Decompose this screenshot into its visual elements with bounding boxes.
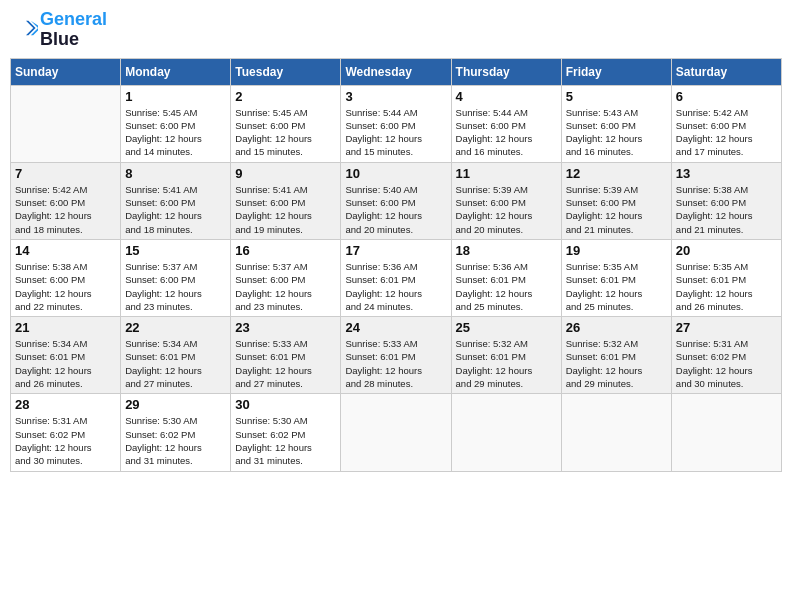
day-number: 1 (125, 89, 226, 104)
day-number: 10 (345, 166, 446, 181)
day-number: 22 (125, 320, 226, 335)
calendar-day-cell: 28Sunrise: 5:31 AM Sunset: 6:02 PM Dayli… (11, 394, 121, 471)
calendar-day-cell: 16Sunrise: 5:37 AM Sunset: 6:00 PM Dayli… (231, 239, 341, 316)
day-number: 20 (676, 243, 777, 258)
day-number: 5 (566, 89, 667, 104)
calendar-day-cell (451, 394, 561, 471)
day-info: Sunrise: 5:31 AM Sunset: 6:02 PM Dayligh… (15, 414, 116, 467)
calendar-day-cell: 21Sunrise: 5:34 AM Sunset: 6:01 PM Dayli… (11, 317, 121, 394)
calendar-day-cell: 7Sunrise: 5:42 AM Sunset: 6:00 PM Daylig… (11, 162, 121, 239)
weekday-header: Tuesday (231, 58, 341, 85)
day-info: Sunrise: 5:45 AM Sunset: 6:00 PM Dayligh… (125, 106, 226, 159)
day-info: Sunrise: 5:36 AM Sunset: 6:01 PM Dayligh… (456, 260, 557, 313)
day-number: 2 (235, 89, 336, 104)
day-info: Sunrise: 5:40 AM Sunset: 6:00 PM Dayligh… (345, 183, 446, 236)
calendar-day-cell: 3Sunrise: 5:44 AM Sunset: 6:00 PM Daylig… (341, 85, 451, 162)
day-info: Sunrise: 5:37 AM Sunset: 6:00 PM Dayligh… (125, 260, 226, 313)
calendar-day-cell: 19Sunrise: 5:35 AM Sunset: 6:01 PM Dayli… (561, 239, 671, 316)
day-info: Sunrise: 5:33 AM Sunset: 6:01 PM Dayligh… (235, 337, 336, 390)
calendar-day-cell: 12Sunrise: 5:39 AM Sunset: 6:00 PM Dayli… (561, 162, 671, 239)
day-info: Sunrise: 5:31 AM Sunset: 6:02 PM Dayligh… (676, 337, 777, 390)
calendar-day-cell: 25Sunrise: 5:32 AM Sunset: 6:01 PM Dayli… (451, 317, 561, 394)
day-info: Sunrise: 5:43 AM Sunset: 6:00 PM Dayligh… (566, 106, 667, 159)
day-info: Sunrise: 5:38 AM Sunset: 6:00 PM Dayligh… (676, 183, 777, 236)
day-number: 23 (235, 320, 336, 335)
calendar-day-cell: 18Sunrise: 5:36 AM Sunset: 6:01 PM Dayli… (451, 239, 561, 316)
day-info: Sunrise: 5:39 AM Sunset: 6:00 PM Dayligh… (566, 183, 667, 236)
day-number: 7 (15, 166, 116, 181)
day-info: Sunrise: 5:33 AM Sunset: 6:01 PM Dayligh… (345, 337, 446, 390)
day-number: 28 (15, 397, 116, 412)
day-info: Sunrise: 5:37 AM Sunset: 6:00 PM Dayligh… (235, 260, 336, 313)
logo-icon (14, 18, 38, 38)
calendar-day-cell (671, 394, 781, 471)
day-number: 19 (566, 243, 667, 258)
calendar-week-row: 28Sunrise: 5:31 AM Sunset: 6:02 PM Dayli… (11, 394, 782, 471)
day-number: 4 (456, 89, 557, 104)
day-number: 13 (676, 166, 777, 181)
day-number: 16 (235, 243, 336, 258)
day-info: Sunrise: 5:35 AM Sunset: 6:01 PM Dayligh… (566, 260, 667, 313)
weekday-header: Sunday (11, 58, 121, 85)
calendar-week-row: 14Sunrise: 5:38 AM Sunset: 6:00 PM Dayli… (11, 239, 782, 316)
calendar-week-row: 21Sunrise: 5:34 AM Sunset: 6:01 PM Dayli… (11, 317, 782, 394)
day-number: 15 (125, 243, 226, 258)
day-number: 26 (566, 320, 667, 335)
day-info: Sunrise: 5:32 AM Sunset: 6:01 PM Dayligh… (566, 337, 667, 390)
day-number: 6 (676, 89, 777, 104)
logo: GeneralBlue (14, 10, 107, 50)
day-info: Sunrise: 5:44 AM Sunset: 6:00 PM Dayligh… (345, 106, 446, 159)
day-info: Sunrise: 5:30 AM Sunset: 6:02 PM Dayligh… (235, 414, 336, 467)
calendar-day-cell: 5Sunrise: 5:43 AM Sunset: 6:00 PM Daylig… (561, 85, 671, 162)
calendar-day-cell: 14Sunrise: 5:38 AM Sunset: 6:00 PM Dayli… (11, 239, 121, 316)
day-number: 8 (125, 166, 226, 181)
calendar-day-cell: 8Sunrise: 5:41 AM Sunset: 6:00 PM Daylig… (121, 162, 231, 239)
calendar-day-cell: 15Sunrise: 5:37 AM Sunset: 6:00 PM Dayli… (121, 239, 231, 316)
page-header: GeneralBlue (10, 10, 782, 50)
calendar-day-cell: 27Sunrise: 5:31 AM Sunset: 6:02 PM Dayli… (671, 317, 781, 394)
calendar-day-cell (561, 394, 671, 471)
calendar-day-cell: 6Sunrise: 5:42 AM Sunset: 6:00 PM Daylig… (671, 85, 781, 162)
day-info: Sunrise: 5:35 AM Sunset: 6:01 PM Dayligh… (676, 260, 777, 313)
day-number: 29 (125, 397, 226, 412)
calendar-day-cell: 22Sunrise: 5:34 AM Sunset: 6:01 PM Dayli… (121, 317, 231, 394)
day-info: Sunrise: 5:45 AM Sunset: 6:00 PM Dayligh… (235, 106, 336, 159)
weekday-header: Friday (561, 58, 671, 85)
calendar-week-row: 1Sunrise: 5:45 AM Sunset: 6:00 PM Daylig… (11, 85, 782, 162)
day-number: 24 (345, 320, 446, 335)
day-number: 21 (15, 320, 116, 335)
calendar-day-cell: 4Sunrise: 5:44 AM Sunset: 6:00 PM Daylig… (451, 85, 561, 162)
day-info: Sunrise: 5:41 AM Sunset: 6:00 PM Dayligh… (235, 183, 336, 236)
weekday-header: Monday (121, 58, 231, 85)
day-number: 30 (235, 397, 336, 412)
day-number: 12 (566, 166, 667, 181)
calendar-day-cell: 24Sunrise: 5:33 AM Sunset: 6:01 PM Dayli… (341, 317, 451, 394)
calendar-day-cell (11, 85, 121, 162)
day-info: Sunrise: 5:36 AM Sunset: 6:01 PM Dayligh… (345, 260, 446, 313)
calendar-day-cell: 20Sunrise: 5:35 AM Sunset: 6:01 PM Dayli… (671, 239, 781, 316)
calendar-day-cell: 9Sunrise: 5:41 AM Sunset: 6:00 PM Daylig… (231, 162, 341, 239)
calendar-day-cell: 13Sunrise: 5:38 AM Sunset: 6:00 PM Dayli… (671, 162, 781, 239)
calendar-day-cell: 29Sunrise: 5:30 AM Sunset: 6:02 PM Dayli… (121, 394, 231, 471)
weekday-header: Saturday (671, 58, 781, 85)
calendar-day-cell: 2Sunrise: 5:45 AM Sunset: 6:00 PM Daylig… (231, 85, 341, 162)
day-number: 3 (345, 89, 446, 104)
calendar-day-cell: 26Sunrise: 5:32 AM Sunset: 6:01 PM Dayli… (561, 317, 671, 394)
day-info: Sunrise: 5:39 AM Sunset: 6:00 PM Dayligh… (456, 183, 557, 236)
weekday-header: Thursday (451, 58, 561, 85)
day-number: 25 (456, 320, 557, 335)
day-info: Sunrise: 5:44 AM Sunset: 6:00 PM Dayligh… (456, 106, 557, 159)
day-info: Sunrise: 5:42 AM Sunset: 6:00 PM Dayligh… (15, 183, 116, 236)
calendar-day-cell (341, 394, 451, 471)
day-info: Sunrise: 5:42 AM Sunset: 6:00 PM Dayligh… (676, 106, 777, 159)
logo-text: GeneralBlue (40, 10, 107, 50)
day-info: Sunrise: 5:32 AM Sunset: 6:01 PM Dayligh… (456, 337, 557, 390)
calendar-day-cell: 10Sunrise: 5:40 AM Sunset: 6:00 PM Dayli… (341, 162, 451, 239)
day-number: 14 (15, 243, 116, 258)
calendar-table: SundayMondayTuesdayWednesdayThursdayFrid… (10, 58, 782, 472)
day-number: 27 (676, 320, 777, 335)
calendar-body: 1Sunrise: 5:45 AM Sunset: 6:00 PM Daylig… (11, 85, 782, 471)
weekday-header: Wednesday (341, 58, 451, 85)
day-number: 17 (345, 243, 446, 258)
day-info: Sunrise: 5:34 AM Sunset: 6:01 PM Dayligh… (15, 337, 116, 390)
